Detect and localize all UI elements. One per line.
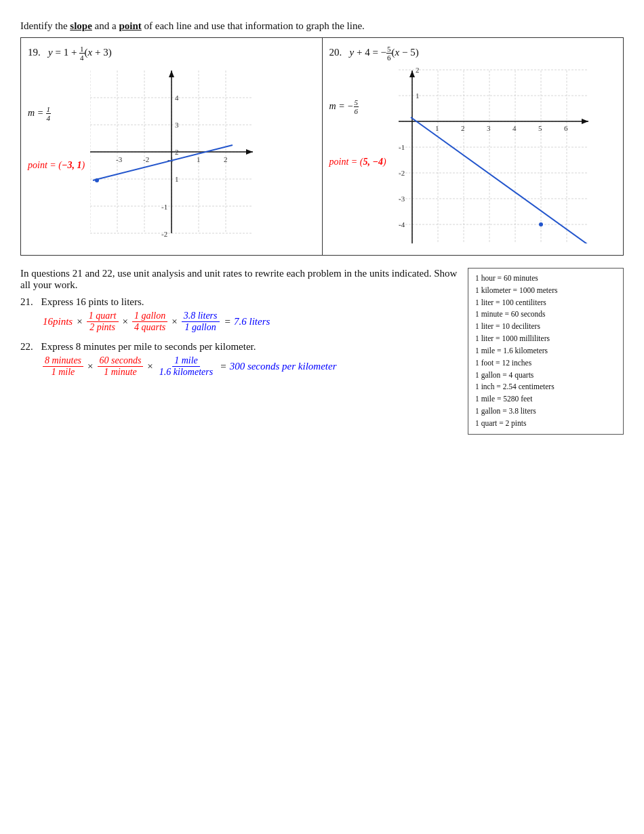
graphs-container: 19. y = 1 + 14(x + 3) m = 14 point = (−3… [20,37,624,256]
problem-22-text: 22. Express 8 minutes per mile to second… [20,341,461,353]
instruction: Identify the slope and a point of each l… [20,20,624,32]
svg-line-27 [93,145,233,180]
svg-text:-3: -3 [399,195,405,203]
problem-20-cell: 20. y + 4 = −56(x − 5) m = −56 point = (… [323,38,624,255]
svg-text:-4: -4 [399,220,405,229]
svg-point-28 [95,178,99,182]
svg-text:-2: -2 [143,155,149,163]
svg-marker-14 [169,71,174,77]
conversion-item: 1 liter = 1000 milliliters [475,333,616,345]
svg-text:-1: -1 [161,203,167,211]
svg-text:1: 1 [416,92,420,100]
svg-marker-15 [246,149,253,155]
svg-text:-2: -2 [399,169,405,177]
conversion-item: 1 gallon = 3.8 liters [475,405,616,418]
svg-text:-1: -1 [399,143,405,151]
problem-22-equation: 8 minutes 1 mile × 60 seconds 1 minute ×… [41,355,461,378]
svg-text:1: 1 [435,124,439,132]
conversion-item: 1 foot = 12 inches [475,357,616,370]
svg-text:5: 5 [538,124,542,132]
slope-19-label: m = 14 [28,105,85,122]
svg-text:3: 3 [487,124,491,132]
svg-text:1: 1 [175,175,179,183]
svg-text:2: 2 [416,67,420,74]
point-19-label: point = (−3, 1) [28,160,85,171]
svg-text:-3: -3 [116,155,123,163]
problem-19-cell: 19. y = 1 + 14(x + 3) m = 14 point = (−3… [21,38,323,255]
svg-text:4: 4 [175,94,179,102]
svg-text:2: 2 [224,155,228,163]
unit-conversion-box: 1 hour = 60 minutes1 kilometer = 1000 me… [468,268,624,435]
conversion-list: 1 hour = 60 minutes1 kilometer = 1000 me… [475,273,616,430]
svg-marker-46 [582,119,588,124]
svg-text:-1: -1 [167,155,174,163]
graph-19: .grid { stroke: #ccc; stroke-width: 0.8;… [90,67,253,237]
conversion-item: 1 mile = 5280 feet [475,393,616,405]
unit-problems-area: In questions 21 and 22, use unit analysi… [20,268,461,435]
graph-20: .grid2 { stroke: #ccc; stroke-width: 0.8… [392,67,602,243]
problem-21: 21. Express 16 pints to liters. 16 pints… [20,296,461,333]
unit-analysis-section: In questions 21 and 22, use unit analysi… [20,268,624,435]
conversion-item: 1 mile = 1.6 kilometers [475,345,616,357]
conversion-item: 1 minute = 60 seconds [475,309,616,321]
svg-text:4: 4 [512,124,517,132]
svg-text:-2: -2 [161,230,167,237]
problem-21-text: 21. Express 16 pints to liters. [20,296,461,308]
problem-19-number: 19. y = 1 + 14(x + 3) [28,45,315,62]
conversion-item: 1 kilometer = 1000 meters [475,285,616,297]
conversion-item: 1 liter = 100 centiliters [475,297,616,309]
svg-text:2: 2 [461,124,465,132]
svg-text:3: 3 [175,121,179,129]
conversion-item: 1 liter = 10 deciliters [475,321,616,333]
slope-20-label: m = −56 [329,98,386,115]
conversion-item: 1 hour = 60 minutes [475,273,616,285]
conversion-item: 1 quart = 2 pints [475,418,616,430]
conversion-item: 1 inch = 2.54 centimeters [475,381,616,393]
svg-marker-47 [409,71,415,77]
point-20-label: point = (5, −4) [329,157,386,167]
section-intro: In questions 21 and 22, use unit analysi… [20,268,461,291]
conversion-item: 1 gallon = 4 quarts [475,370,616,382]
svg-text:6: 6 [564,124,568,132]
svg-point-62 [539,222,543,226]
problem-20-number: 20. y + 4 = −56(x − 5) [329,45,617,62]
problem-21-equation: 16 pints × 1 quart 2 pints × 1 gallon 4 … [41,311,461,333]
problem-22: 22. Express 8 minutes per mile to second… [20,341,461,378]
svg-text:1: 1 [197,155,201,163]
svg-text:2: 2 [175,148,179,156]
